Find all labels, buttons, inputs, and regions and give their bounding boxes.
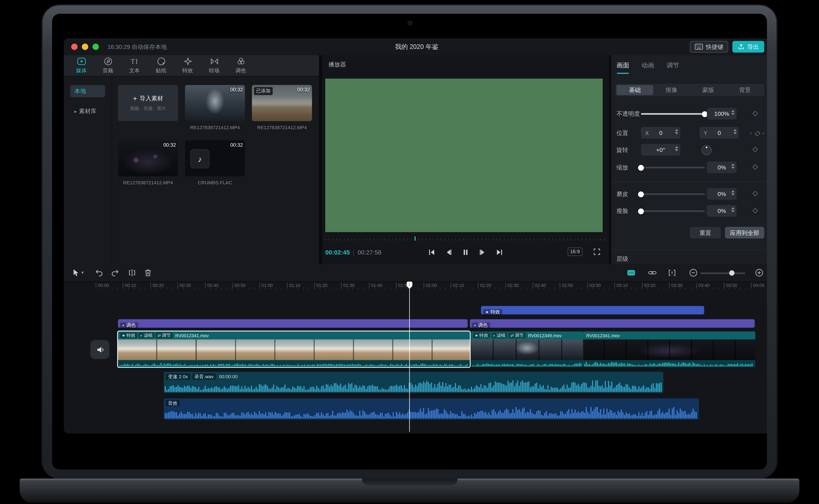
laptop-mockup: 16:30:29 自动保存本地 我的 2020 年鉴 快捷键: [0, 0, 819, 504]
opacity-value[interactable]: 100%: [707, 108, 737, 120]
linkage-toggle[interactable]: [648, 268, 657, 277]
project-title: 我的 2020 年鉴: [395, 42, 438, 51]
timeline-video-clip-3[interactable]: RV0012341.mov: [583, 331, 755, 367]
tab-color[interactable]: 调色: [227, 57, 254, 74]
tab-effects[interactable]: 特效: [174, 57, 201, 74]
timeline-playhead[interactable]: [407, 281, 413, 432]
subtab-background[interactable]: 背景: [727, 85, 763, 95]
video-clip-filmstrip: [471, 339, 583, 360]
zoom-in-button[interactable]: [755, 268, 764, 277]
import-media-button[interactable]: + 导入素材 视频、音频、图片: [118, 85, 178, 121]
position-x-field[interactable]: X 0: [641, 127, 680, 139]
timeline-effect-clip[interactable]: ★特效: [481, 306, 704, 314]
player-scrub-bar[interactable]: [325, 235, 606, 241]
timeline-color-clip-2[interactable]: ◐调色: [470, 319, 755, 328]
link-icon: [648, 268, 657, 277]
media-item-name: CRUMBS.FLAC: [185, 180, 245, 185]
media-item-video-3[interactable]: 00:32: [118, 140, 178, 176]
subtab-keying[interactable]: 抠像: [653, 85, 690, 95]
slim-face-slider[interactable]: [641, 210, 705, 212]
timeline-color-clip-1[interactable]: ◐调色: [118, 319, 468, 328]
sidebar-item-local[interactable]: 本地: [70, 85, 105, 97]
timeline-audio-clip-2[interactable]: 音效: [164, 398, 699, 420]
tab-text[interactable]: TI 文本: [121, 57, 148, 74]
export-button[interactable]: 导出: [732, 41, 764, 53]
tab-animation[interactable]: 动画: [642, 61, 654, 70]
split-button[interactable]: [127, 268, 136, 277]
snap-icon: [668, 268, 677, 277]
slim-face-value[interactable]: 0%: [707, 205, 737, 217]
position-y-field[interactable]: Y 0: [699, 127, 739, 139]
prev-keyframe-icon[interactable]: ‹: [750, 130, 752, 136]
stepper-icons[interactable]: [731, 207, 735, 212]
stepper-icons[interactable]: [731, 110, 735, 115]
undo-button[interactable]: [94, 268, 103, 277]
close-window-button[interactable]: [71, 43, 78, 50]
tab-transition[interactable]: 转场: [201, 57, 227, 74]
video-preview[interactable]: [325, 79, 603, 232]
pause-button[interactable]: [461, 248, 470, 257]
select-tool-button[interactable]: [71, 268, 80, 277]
stepper-icons[interactable]: [675, 146, 678, 151]
media-item-video-2[interactable]: 已添加 00:32: [252, 85, 312, 121]
scale-slider[interactable]: [641, 167, 705, 168]
opacity-keyframe-button[interactable]: ◇: [753, 109, 758, 117]
duration-badge: 00:32: [163, 142, 176, 148]
preview-axis-toggle[interactable]: [627, 268, 636, 277]
timeline-audio-clip-1[interactable]: 变速 2.0x 录音.wav 00:00:00: [164, 372, 663, 393]
rotation-keyframe-button[interactable]: ◇: [753, 145, 758, 153]
aspect-ratio-button[interactable]: 16:9: [567, 248, 582, 256]
minimize-window-button[interactable]: [82, 43, 88, 50]
next-frame-button[interactable]: [479, 248, 487, 257]
apply-to-all-button[interactable]: 应用到全部: [725, 227, 764, 238]
position-keyframe-button[interactable]: ◇: [754, 129, 760, 137]
tab-sticker[interactable]: 贴纸: [148, 57, 174, 74]
prev-frame-button[interactable]: [444, 248, 453, 257]
effect-clip-chip: ★特效: [483, 309, 502, 315]
delete-button[interactable]: [143, 268, 152, 277]
media-item-video-1[interactable]: 00:32: [185, 85, 245, 121]
effect-badge: ★特效: [120, 332, 137, 338]
tab-audio[interactable]: 音频: [94, 57, 121, 74]
redo-button[interactable]: [111, 268, 120, 277]
smooth-skin-value[interactable]: 0%: [707, 188, 737, 200]
skip-end-button[interactable]: [495, 248, 504, 257]
next-keyframe-icon[interactable]: ›: [762, 130, 764, 136]
reset-button[interactable]: 重置: [690, 227, 721, 238]
rotation-knob[interactable]: [702, 145, 712, 155]
tab-media[interactable]: 媒体: [68, 57, 94, 74]
sidebar-item-library[interactable]: ▸ 素材库: [70, 105, 105, 117]
duration-badge: 00:32: [297, 87, 310, 92]
slim-face-keyframe-button[interactable]: ◇: [753, 206, 758, 214]
rotation-value[interactable]: +0°: [641, 144, 680, 156]
skip-start-button[interactable]: [428, 248, 436, 257]
stepper-icons[interactable]: [731, 190, 735, 195]
smooth-skin-slider[interactable]: [641, 193, 705, 195]
transport-bar: 00:02:45 | 00:27:58: [325, 244, 606, 260]
stepper-icons[interactable]: [734, 129, 737, 134]
track-mute-button[interactable]: [90, 340, 110, 359]
tab-picture[interactable]: 画面: [617, 61, 629, 70]
subtab-mask[interactable]: 蒙版: [690, 85, 726, 95]
tool-dropdown-icon[interactable]: ▾: [81, 270, 84, 275]
timeline-ruler[interactable]: 00:00 00:10 00:20 00:30 00:40 00:50 01:0…: [64, 281, 767, 289]
stepper-icons[interactable]: [675, 129, 678, 134]
timeline-video-clip-1[interactable]: ★特效 ◐滤镜 ⇄调节 RV0012341.mov: [118, 331, 470, 367]
stepper-icons[interactable]: [731, 164, 735, 169]
scale-keyframe-button[interactable]: ◇: [753, 163, 758, 171]
adjust-badge: ⇄调节: [156, 332, 172, 338]
fullscreen-button[interactable]: [593, 248, 601, 256]
zoom-out-button[interactable]: [689, 268, 698, 277]
shortcuts-button[interactable]: 快捷键: [690, 41, 728, 53]
snapping-toggle[interactable]: [668, 268, 677, 277]
smooth-skin-keyframe-button[interactable]: ◇: [753, 189, 758, 197]
media-item-audio[interactable]: 00:32 ♪: [185, 140, 245, 176]
scale-value[interactable]: 0%: [707, 162, 737, 173]
library-arrow-icon: ▸: [74, 109, 77, 114]
timeline-zoom-slider[interactable]: [700, 268, 745, 277]
tab-adjust[interactable]: 调节: [667, 61, 679, 70]
fullscreen-window-button[interactable]: [92, 43, 99, 50]
opacity-slider[interactable]: [641, 113, 705, 115]
subtab-basic[interactable]: 基础: [617, 85, 653, 95]
timeline-video-clip-2[interactable]: ★特效 ◐滤镜 ⇄调节 RV0012349.mov: [471, 331, 583, 367]
